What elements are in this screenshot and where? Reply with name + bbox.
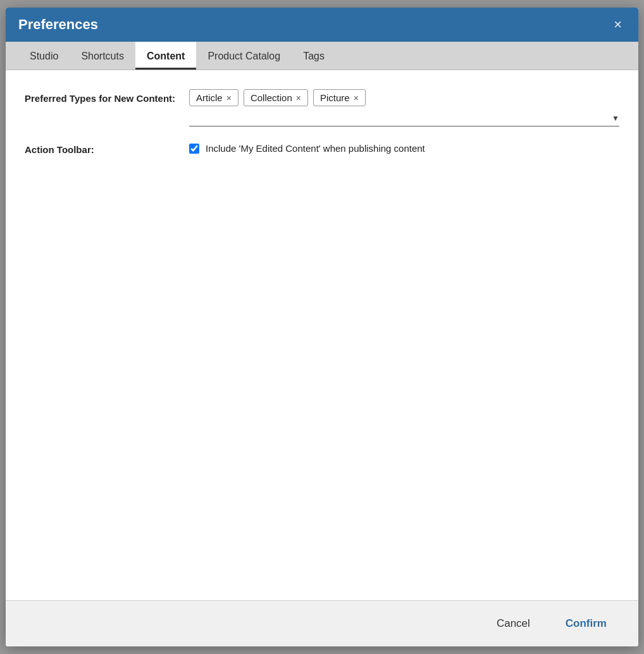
chip-collection: Collection ×: [244, 89, 308, 106]
chip-article-remove[interactable]: ×: [226, 94, 232, 102]
dialog-body: Preferred Types for New Content: Article…: [6, 70, 638, 600]
tags-row: Article × Collection × Picture ×: [189, 89, 619, 106]
chevron-down-icon: ▼: [612, 114, 619, 123]
chip-article-label: Article: [196, 92, 223, 103]
checkbox-area: Include 'My Edited Content' when publish…: [189, 142, 425, 156]
chip-collection-label: Collection: [251, 92, 292, 103]
dialog-title: Preferences: [18, 16, 98, 33]
chip-article: Article ×: [189, 89, 238, 106]
publish-checkbox-label[interactable]: Include 'My Edited Content' when publish…: [206, 142, 425, 156]
action-toolbar-label: Action Toolbar:: [25, 142, 189, 155]
close-button[interactable]: ×: [610, 16, 626, 33]
dialog-header: Preferences ×: [6, 8, 638, 42]
tab-content[interactable]: Content: [135, 42, 196, 70]
preferred-types-content: Article × Collection × Picture ×: [189, 89, 619, 126]
chip-picture: Picture ×: [313, 89, 366, 106]
dialog-footer: Cancel Confirm: [6, 600, 638, 646]
tabs-bar: Studio Shortcuts Content Product Catalog…: [6, 42, 638, 70]
action-toolbar-row: Action Toolbar: Include 'My Edited Conte…: [25, 142, 619, 156]
type-dropdown-input[interactable]: [189, 113, 612, 123]
chip-picture-remove[interactable]: ×: [354, 94, 359, 102]
tab-tags[interactable]: Tags: [292, 42, 336, 70]
publish-checkbox[interactable]: [189, 144, 199, 154]
tab-shortcuts[interactable]: Shortcuts: [70, 42, 135, 70]
preferences-dialog: Preferences × Studio Shortcuts Content P…: [6, 8, 638, 646]
preferred-types-row: Preferred Types for New Content: Article…: [25, 89, 619, 126]
confirm-button[interactable]: Confirm: [553, 612, 619, 635]
dialog-overlay: Preferences × Studio Shortcuts Content P…: [0, 0, 644, 654]
tab-product-catalog[interactable]: Product Catalog: [196, 42, 292, 70]
tab-studio[interactable]: Studio: [18, 42, 70, 70]
type-dropdown[interactable]: ▼: [189, 113, 619, 126]
cancel-button[interactable]: Cancel: [484, 612, 543, 635]
chip-picture-label: Picture: [320, 92, 350, 103]
preferred-types-label: Preferred Types for New Content:: [25, 89, 189, 104]
chip-collection-remove[interactable]: ×: [296, 94, 301, 102]
